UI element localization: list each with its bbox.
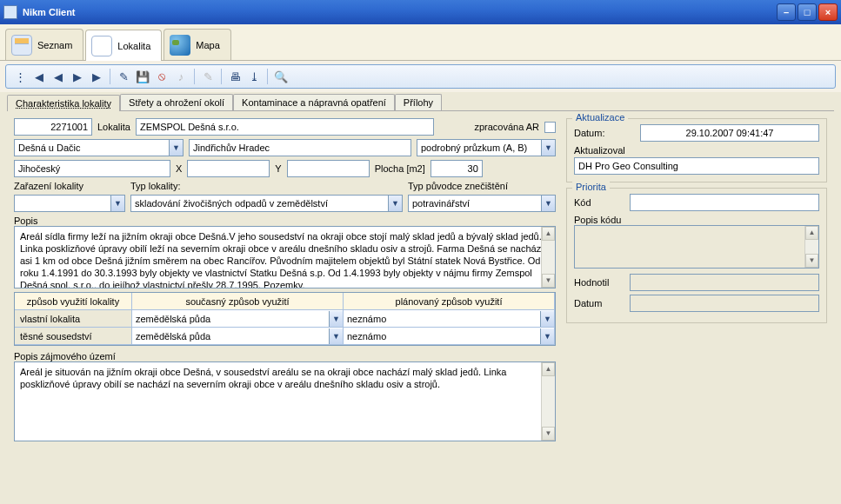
globe-icon <box>170 35 190 56</box>
pruzkum-value: podrobný průzkum (A, B) <box>421 143 527 153</box>
typ-lokality-combo[interactable]: skladování živočišných odpadů v zeměděls… <box>130 195 403 212</box>
popis-textarea[interactable]: Areál sídla firmy leží na jižním okraji … <box>14 226 556 288</box>
scroll-down-icon[interactable]: ▼ <box>542 274 555 288</box>
typ-lokality-value: skladování živočišných odpadů v zeměděls… <box>135 198 328 209</box>
save-button[interactable]: 💾 <box>134 68 151 85</box>
scroll-down-icon[interactable]: ▼ <box>542 427 555 441</box>
close-button[interactable]: × <box>818 3 838 21</box>
planovany-combo[interactable]: neznámo▼ <box>344 328 554 344</box>
nav-first-button[interactable]: ◀ <box>30 68 48 85</box>
priorita-legend: Priorita <box>572 182 610 192</box>
typ-puvodce-combo[interactable]: potravinářství ▼ <box>408 195 556 212</box>
scroll-down-icon[interactable]: ▼ <box>805 254 818 268</box>
main-tabs: Seznam Lokalita Mapa <box>0 24 841 61</box>
nav-prev-button[interactable]: ◀ <box>50 68 67 85</box>
attach-icon[interactable]: ✎ <box>199 68 217 85</box>
datum-label: Datum: <box>574 128 635 138</box>
edit-button[interactable]: ✎ <box>115 68 132 85</box>
aktualizace-fieldset: Aktualizace Datum: 29.10.2007 09:41:47 A… <box>566 118 827 182</box>
nav-last-button[interactable]: ▶ <box>88 68 105 85</box>
pruzkum-combo[interactable]: podrobný průzkum (A, B) ▼ <box>417 139 556 156</box>
soucasny-combo[interactable]: zemědělská půda▼ <box>132 328 343 344</box>
popis-zaj-text: Areál je situován na jižním okraji obce … <box>20 367 506 389</box>
scrollbar[interactable]: ▲ ▼ <box>541 362 555 441</box>
form-icon <box>91 36 112 56</box>
usage-table: způsob využití lokality současný způsob … <box>14 292 556 346</box>
minimize-button[interactable]: – <box>777 3 796 21</box>
scrollbar[interactable]: ▲ ▼ <box>541 227 555 288</box>
tab-seznam-label: Seznam <box>37 40 72 50</box>
datum-input[interactable]: 29.10.2007 09:41:47 <box>640 124 819 142</box>
subtab-kontaminace[interactable]: Kontaminace a nápravná opatření <box>233 94 395 110</box>
plocha-label: Plocha [m2] <box>375 163 425 174</box>
chevron-down-icon: ▼ <box>388 196 402 211</box>
list-icon <box>11 35 32 56</box>
chevron-down-icon: ▼ <box>540 311 554 327</box>
popis-kodu-label: Popis kódu <box>574 215 621 225</box>
col-soucasny: současný způsob využití <box>132 293 344 310</box>
col-planovany: plánovaný způsob využití <box>344 293 555 310</box>
export-button[interactable]: ⤓ <box>245 68 263 85</box>
tab-lokalita-label: Lokalita <box>117 41 150 51</box>
id-input[interactable]: 2271001 <box>14 118 92 136</box>
row-label: těsné sousedství <box>15 328 132 345</box>
tab-lokalita[interactable]: Lokalita <box>85 30 162 61</box>
kod-input[interactable] <box>630 194 819 211</box>
titlebar: Nikm Client – □ × <box>0 0 841 24</box>
aktualizoval-input[interactable]: DH Pro Geo Consulting <box>574 157 819 175</box>
typ-puvodce-label: Typ původce znečištění <box>408 181 508 191</box>
print-button[interactable]: 🖶 <box>226 68 244 85</box>
typ-lokality-label: Typ lokality: <box>130 181 180 191</box>
window-title: Nikm Client <box>23 7 775 17</box>
scroll-up-icon[interactable]: ▲ <box>542 227 555 241</box>
chevron-down-icon: ▼ <box>541 196 555 211</box>
scroll-up-icon[interactable]: ▲ <box>542 362 555 376</box>
plocha-input[interactable]: 30 <box>431 160 483 177</box>
x-input[interactable] <box>187 160 270 177</box>
scrollbar[interactable]: ▲ ▼ <box>804 226 818 268</box>
hodnotil-input[interactable] <box>630 274 819 291</box>
table-row: těsné sousedství zemědělská půda▼ neznám… <box>15 328 555 345</box>
maximize-button[interactable]: □ <box>798 3 817 21</box>
tab-seznam[interactable]: Seznam <box>5 29 83 60</box>
popis-text: Areál sídla firmy leží na jižním okraji … <box>20 231 544 288</box>
zpracovana-ar-label: zpracována AR <box>474 122 539 132</box>
subtab-prilohy[interactable]: Přílohy <box>395 94 442 110</box>
planovany-combo[interactable]: neznámo▼ <box>344 310 554 327</box>
chevron-down-icon: ▼ <box>541 140 555 156</box>
popis-zaj-textarea[interactable]: Areál je situován na jižním okraji obce … <box>14 361 556 441</box>
app-icon <box>3 5 17 19</box>
chevron-down-icon: ▼ <box>329 311 343 327</box>
chevron-down-icon: ▼ <box>540 328 554 344</box>
cancel-button[interactable]: ⦸ <box>153 68 170 85</box>
row-label: vlastní lokalita <box>15 310 132 328</box>
tab-mapa-label: Mapa <box>196 40 220 50</box>
kraj-input[interactable]: Jihočeský <box>14 160 170 177</box>
okres-input[interactable]: Jindřichův Hradec <box>189 139 411 156</box>
popis-zaj-label: Popis zájmového území <box>14 351 116 361</box>
scroll-up-icon[interactable]: ▲ <box>805 226 818 240</box>
datum2-label: Datum <box>574 298 624 308</box>
search-button[interactable]: 🔍 <box>272 68 290 85</box>
obec-value: Dešná u Dačic <box>18 143 81 153</box>
zpracovana-ar-checkbox[interactable] <box>544 122 556 133</box>
tab-mapa[interactable]: Mapa <box>164 29 231 60</box>
sub-tabs: Charakteristika lokality Střety a ohrože… <box>0 92 841 110</box>
hodnotil-label: Hodnotil <box>574 277 624 288</box>
chevron-down-icon: ▼ <box>169 140 183 156</box>
zarazeni-combo[interactable]: ▼ <box>14 195 125 212</box>
datum2-input[interactable] <box>630 295 819 312</box>
music-icon[interactable]: ♪ <box>172 68 190 85</box>
popis-kodu-textarea[interactable]: ▲ ▼ <box>574 225 819 269</box>
nav-menu-button[interactable]: ⋮ <box>11 68 29 85</box>
soucasny-combo[interactable]: zemědělská půda▼ <box>132 310 343 327</box>
subtab-strety[interactable]: Střety a ohrožení okolí <box>120 94 233 110</box>
obec-combo[interactable]: Dešná u Dačic ▼ <box>14 139 184 156</box>
y-input[interactable] <box>287 160 370 177</box>
lokalita-label: Lokalita <box>97 122 130 132</box>
lokalita-input[interactable]: ZEMSPOL Dešná s.r.o. <box>136 118 434 136</box>
chevron-down-icon: ▼ <box>110 196 124 211</box>
aktualizace-legend: Aktualizace <box>572 112 628 123</box>
nav-next-button[interactable]: ▶ <box>69 68 86 85</box>
subtab-charakteristika[interactable]: Charakteristika lokality <box>7 95 120 111</box>
